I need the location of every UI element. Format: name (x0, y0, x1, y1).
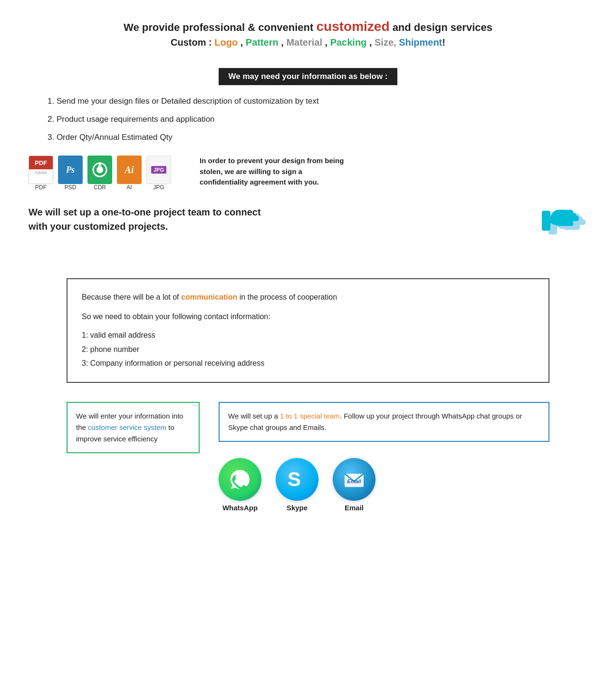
right-bottom: We will set up a 1 to 1 special team. Fo… (219, 402, 549, 512)
pdf-icon-item: PDF Adobe PDF (29, 156, 53, 191)
whatsapp-icon (219, 458, 261, 501)
one-to-one-word: 1 to 1 special team (280, 412, 340, 420)
email-item: Email Email (333, 458, 375, 512)
ai-label: AI (126, 184, 132, 191)
cdr-label: CDR (94, 184, 106, 191)
contact-item: 2: phone number (82, 343, 534, 356)
header-suffix: and design services (390, 21, 492, 33)
pdf-red-bar: PDF (29, 156, 53, 169)
confidentiality-text: In order to prevent your design from bei… (200, 156, 352, 188)
svg-rect-4 (542, 211, 550, 231)
jpg-icon-item: JPG JPG (146, 156, 171, 191)
special-team-box: We will set up a 1 to 1 special team. Fo… (219, 402, 549, 442)
communication-word: communication (181, 293, 237, 301)
pdf-adobe-label: Adobe (35, 170, 47, 175)
ai-icon: Ai (117, 156, 142, 184)
header-prefix: We provide professional & convenient (124, 21, 316, 33)
communication-line2: So we need to obtain your following cont… (82, 310, 534, 323)
special-prefix: We will set up a (228, 412, 280, 420)
info-list: 1. Send me your design files or Detailed… (48, 97, 587, 142)
communication-line1: Because there will be a lot of communica… (82, 291, 534, 303)
header-line1: We provide professional & convenient cus… (29, 19, 587, 34)
size-word: Size, (375, 37, 396, 48)
pattern-word: Pattern (246, 37, 279, 48)
skype-item: S Skype (276, 458, 318, 512)
list-item: 1. Send me your design files or Detailed… (48, 97, 587, 106)
packing-word: Packing (330, 37, 367, 48)
email-icon: Email (333, 458, 375, 501)
psd-icon-item: Ps PSD (58, 156, 83, 191)
skype-label: Skype (287, 504, 308, 512)
file-icons: PDF Adobe PDF Ps PSD CDR Ai AI (29, 156, 171, 191)
contact-list: 1: valid email address 2: phone number 3… (82, 329, 534, 370)
email-label: Email (345, 504, 364, 512)
list-item: 3. Order Qty/Annual Estimated Qty (48, 133, 587, 142)
shipment-word: Shipment (399, 37, 442, 48)
psd-label: PSD (65, 184, 77, 191)
project-team-section: We will set up a one-to-one project team… (29, 205, 587, 250)
comma4: , (366, 37, 375, 48)
svg-text:Email: Email (347, 478, 361, 484)
exclaim: ! (442, 37, 445, 48)
svg-text:S: S (288, 468, 301, 490)
bottom-section: We will enter your information into the … (67, 402, 549, 512)
logo-word: Logo (214, 37, 238, 48)
skype-icon: S (276, 458, 318, 501)
svg-point-1 (96, 166, 103, 173)
project-team-text: We will set up a one-to-one project team… (29, 205, 276, 234)
jpg-badge: JPG (151, 166, 166, 174)
contact-item: 1: valid email address (82, 329, 534, 341)
comm-prefix: Because there will be a lot of (82, 293, 181, 301)
cdr-icon-item: CDR (87, 156, 112, 191)
pdf-icon: PDF Adobe (29, 156, 53, 184)
black-banner: We may need your information as below : (219, 68, 397, 85)
banner-container: We may need your information as below : (29, 59, 587, 97)
app-icons-row: WhatsApp S Skype (219, 458, 549, 512)
communication-box: Because there will be a lot of communica… (67, 278, 549, 383)
comma1: , (238, 37, 246, 48)
whatsapp-item: WhatsApp (219, 458, 261, 512)
customized-word: customized (316, 19, 389, 34)
customer-service-word: customer service system (88, 423, 166, 431)
whatsapp-label: WhatsApp (222, 504, 258, 512)
contact-item: 3: Company information or personal recei… (82, 357, 534, 370)
thumbs-up-icon (535, 195, 587, 250)
jpg-icon: JPG (146, 156, 171, 184)
comma3: , (322, 37, 330, 48)
jpg-label: JPG (153, 184, 164, 191)
comma2: , (279, 37, 287, 48)
material-word: Material (286, 37, 322, 48)
custom-label: Custom : (171, 37, 214, 48)
header-section: We provide professional & convenient cus… (29, 19, 587, 48)
cdr-icon (87, 156, 112, 184)
ai-icon-item: Ai AI (117, 156, 142, 191)
comm-suffix: in the process of cooperation (237, 293, 337, 301)
header-line2: Custom : Logo , Pattern , Material , Pac… (29, 37, 587, 48)
list-item: 2. Product usage requirements and applic… (48, 115, 587, 124)
enter-info-box: We will enter your information into the … (67, 402, 200, 453)
pdf-label: PDF (35, 184, 47, 191)
files-section: PDF Adobe PDF Ps PSD CDR Ai AI (29, 156, 587, 191)
psd-icon: Ps (58, 156, 83, 184)
left-bottom: We will enter your information into the … (67, 402, 200, 453)
